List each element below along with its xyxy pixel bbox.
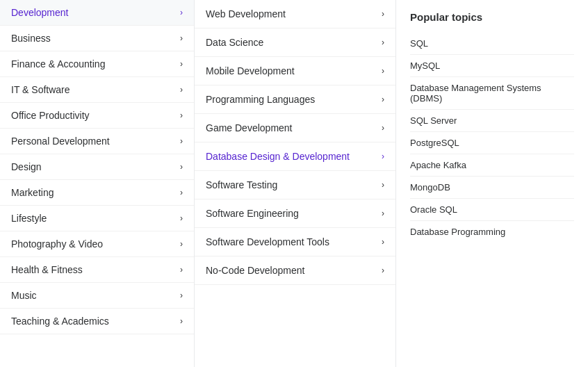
middle-item-db-design[interactable]: Database Design & Development›: [195, 142, 395, 171]
chevron-right-icon: ›: [382, 95, 384, 104]
sidebar-item-teaching[interactable]: Teaching & Academics›: [0, 309, 194, 334]
chevron-right-icon: ›: [180, 33, 183, 43]
sidebar-item-label: Development: [11, 7, 69, 18]
middle-item-label: Software Development Tools: [206, 236, 329, 247]
topic-item-apache-kafka[interactable]: Apache Kafka: [410, 154, 574, 177]
middle-item-label: Software Testing: [206, 179, 277, 190]
sidebar-item-label: Design: [11, 161, 42, 172]
sidebar-item-finance[interactable]: Finance & Accounting›: [0, 51, 194, 77]
topic-item-mongodb[interactable]: MongoDB: [410, 177, 574, 199]
sidebar-item-development[interactable]: Development›: [0, 0, 194, 26]
chevron-right-icon: ›: [180, 162, 183, 172]
middle-item-data-science[interactable]: Data Science›: [195, 28, 395, 57]
chevron-right-icon: ›: [180, 136, 183, 146]
sidebar-item-label: IT & Software: [11, 84, 70, 95]
chevron-right-icon: ›: [382, 180, 384, 190]
chevron-right-icon: ›: [180, 188, 183, 197]
middle-item-label: Game Development: [206, 122, 293, 133]
sidebar-item-label: Office Productivity: [11, 110, 90, 121]
sidebar-item-label: Marketing: [11, 187, 54, 198]
sidebar-item-label: Music: [11, 290, 37, 301]
chevron-right-icon: ›: [180, 239, 183, 249]
chevron-right-icon: ›: [180, 291, 183, 300]
sidebar-item-business[interactable]: Business›: [0, 26, 194, 51]
sidebar-item-label: Personal Development: [11, 136, 110, 147]
topic-item-oracle-sql[interactable]: Oracle SQL: [410, 199, 574, 221]
middle-item-programming-lang[interactable]: Programming Languages›: [195, 85, 395, 114]
sidebar-item-label: Health & Fitness: [11, 264, 83, 275]
chevron-right-icon: ›: [180, 316, 183, 326]
chevron-right-icon: ›: [180, 85, 183, 95]
sidebar-item-photography[interactable]: Photography & Video›: [0, 231, 194, 257]
topic-item-dbms[interactable]: Database Management Systems (DBMS): [410, 77, 574, 110]
middle-item-software-eng[interactable]: Software Engineering›: [195, 199, 395, 228]
sidebar-item-label: Teaching & Academics: [11, 316, 109, 327]
right-panel: Popular topics SQLMySQLDatabase Manageme…: [396, 0, 588, 367]
middle-item-label: Database Design & Development: [206, 151, 350, 162]
middle-item-label: Mobile Development: [206, 65, 295, 76]
middle-item-no-code[interactable]: No-Code Development›: [195, 256, 395, 285]
sidebar-item-music[interactable]: Music›: [0, 283, 194, 309]
chevron-right-icon: ›: [180, 59, 183, 69]
middle-item-label: Programming Languages: [206, 94, 315, 105]
topic-item-mysql[interactable]: MySQL: [410, 55, 574, 77]
left-nav: Development›Business›Finance & Accountin…: [0, 0, 195, 367]
topic-item-sql-server[interactable]: SQL Server: [410, 110, 574, 132]
middle-item-label: Web Development: [206, 8, 286, 19]
sidebar-item-office[interactable]: Office Productivity›: [0, 103, 194, 129]
chevron-right-icon: ›: [180, 8, 183, 17]
topic-item-sql[interactable]: SQL: [410, 33, 574, 55]
middle-item-mobile-dev[interactable]: Mobile Development›: [195, 57, 395, 85]
middle-nav: Web Development›Data Science›Mobile Deve…: [195, 0, 396, 367]
sidebar-item-lifestyle[interactable]: Lifestyle›: [0, 206, 194, 231]
topic-item-postgresql[interactable]: PostgreSQL: [410, 132, 574, 154]
middle-item-label: No-Code Development: [206, 265, 304, 276]
sidebar-item-label: Business: [11, 33, 51, 44]
sidebar-item-marketing[interactable]: Marketing›: [0, 180, 194, 206]
sidebar-item-label: Finance & Accounting: [11, 58, 105, 70]
sidebar-item-health[interactable]: Health & Fitness›: [0, 257, 194, 283]
middle-item-label: Software Engineering: [206, 208, 299, 219]
chevron-right-icon: ›: [382, 152, 384, 161]
chevron-right-icon: ›: [382, 66, 384, 76]
chevron-right-icon: ›: [382, 209, 384, 218]
topic-item-db-programming[interactable]: Database Programming: [410, 221, 574, 243]
chevron-right-icon: ›: [382, 9, 384, 19]
chevron-right-icon: ›: [180, 265, 183, 275]
chevron-right-icon: ›: [382, 123, 384, 133]
chevron-right-icon: ›: [180, 111, 183, 120]
chevron-right-icon: ›: [382, 266, 384, 275]
sidebar-item-label: Photography & Video: [11, 238, 103, 250]
chevron-right-icon: ›: [382, 237, 384, 247]
sidebar-item-personal-dev[interactable]: Personal Development›: [0, 129, 194, 154]
popular-topics-header: Popular topics: [410, 11, 574, 23]
middle-item-sw-dev-tools[interactable]: Software Development Tools›: [195, 228, 395, 256]
middle-item-game-dev[interactable]: Game Development›: [195, 114, 395, 142]
chevron-right-icon: ›: [382, 38, 384, 47]
sidebar-item-it-software[interactable]: IT & Software›: [0, 77, 194, 103]
sidebar-item-label: Lifestyle: [11, 213, 47, 224]
chevron-right-icon: ›: [180, 213, 183, 223]
middle-item-web-dev[interactable]: Web Development›: [195, 0, 395, 28]
middle-item-label: Data Science: [206, 37, 263, 48]
middle-item-software-testing[interactable]: Software Testing›: [195, 171, 395, 199]
sidebar-item-design[interactable]: Design›: [0, 154, 194, 180]
